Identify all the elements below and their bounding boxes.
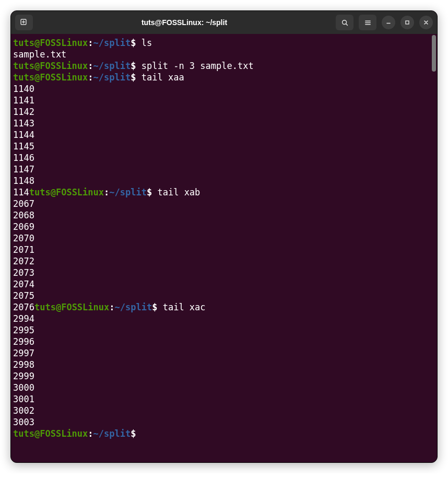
output-line: 1140 [13,83,437,95]
titlebar: tuts@FOSSLinux: ~/split [11,11,437,34]
prompt-line: tuts@FOSSLinux:~/split$ tail xaa [13,72,437,83]
command-text: tail xab [157,187,200,197]
prompt-line: tuts@FOSSLinux:~/split$ [13,428,437,439]
output-line: 2999 [13,370,437,382]
close-button[interactable] [419,16,433,29]
svg-rect-2 [406,21,409,24]
command-text: ls [142,38,152,48]
output-line: 1145 [13,141,437,152]
terminal-window: tuts@FOSSLinux: ~/split [10,10,438,463]
prompt-path: ~/split [93,38,131,48]
minimize-icon [385,19,392,26]
output-line: 2070 [13,232,437,244]
output-line: 2994 [13,313,437,324]
output-line: 2068 [13,209,437,221]
partial-output: 114 [13,187,29,197]
close-icon [423,19,429,26]
output-line: 2071 [13,244,437,255]
output-line: 1141 [13,95,437,106]
output-line: 1148 [13,175,437,186]
output-line: 1147 [13,164,437,175]
output-line: 3002 [13,405,437,416]
output-line: 1142 [13,106,437,118]
output-line: sample.txt [13,49,437,60]
new-tab-button[interactable] [15,15,33,30]
output-line: 2997 [13,347,437,359]
prompt-line: tuts@FOSSLinux:~/split$ ls [13,37,437,49]
prompt-line: tuts@FOSSLinux:~/split$ split -n 3 sampl… [13,60,437,72]
titlebar-left [15,15,33,30]
output-line: 1146 [13,152,437,164]
search-icon [341,19,349,27]
output-line: 3001 [13,393,437,405]
output-line: 2067 [13,198,437,209]
partial-output: 2076 [13,302,34,312]
prompt-user: tuts [13,38,34,48]
maximize-icon [404,19,410,26]
menu-button[interactable] [359,15,376,30]
terminal-body[interactable]: tuts@FOSSLinux:~/split$ ls sample.txt tu… [11,34,437,462]
prompt-line: 2076tuts@FOSSLinux:~/split$ tail xac [13,301,437,313]
prompt-dollar: $ [131,38,136,48]
hamburger-icon [364,19,372,27]
prompt-at: @ [34,38,40,48]
prompt-host: FOSSLinux [40,38,88,48]
output-line: 3003 [13,416,437,428]
window-title: tuts@FOSSLinux: ~/split [37,18,332,27]
output-line: 1144 [13,129,437,141]
search-button[interactable] [336,15,353,30]
output-line: 2074 [13,278,437,290]
minimize-button[interactable] [382,16,395,29]
output-line: 2995 [13,324,437,336]
output-line: 1143 [13,118,437,129]
command-text: tail xaa [142,72,184,83]
output-line: 2072 [13,255,437,267]
prompt-line: 114tuts@FOSSLinux:~/split$ tail xab [13,186,437,198]
scrollbar-thumb[interactable] [432,35,436,72]
prompt-colon: : [88,38,93,48]
command-text: tail xac [163,302,206,312]
output-line: 2996 [13,336,437,347]
output-line: 2069 [13,221,437,232]
maximize-button[interactable] [400,16,414,29]
new-tab-icon [20,18,28,27]
command-text: split -n 3 sample.txt [142,61,254,71]
titlebar-right [336,15,433,30]
output-line: 2075 [13,290,437,301]
output-line: 3000 [13,382,437,393]
output-line: 2998 [13,359,437,370]
output-line: 2073 [13,267,437,278]
